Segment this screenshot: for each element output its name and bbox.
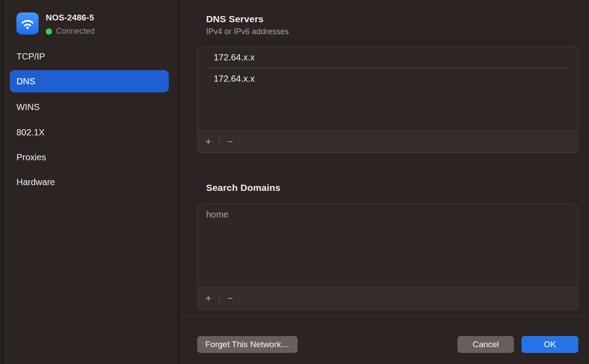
settings-nav: TCP/IP DNS WINS 802.1X Proxies Hardware [10, 45, 173, 196]
ok-button[interactable]: OK [521, 336, 578, 353]
connected-status-label: Connected [56, 27, 95, 36]
search-domain-entry[interactable]: home [198, 204, 578, 225]
search-domains-title: Search Domains [206, 182, 280, 193]
sidebar-item-dns[interactable]: DNS [10, 70, 169, 92]
wifi-icon [16, 12, 39, 35]
search-domains-list-toolbar: + − [198, 287, 578, 309]
sidebar-item-tcpip[interactable]: TCP/IP [10, 45, 169, 67]
forget-network-button[interactable]: Forget This Network… [197, 336, 298, 353]
add-search-domain-button[interactable]: + [198, 287, 219, 309]
add-dns-server-button[interactable]: + [198, 131, 219, 153]
dns-servers-title: DNS Servers [206, 14, 263, 24]
network-meta: NOS-2486-5 Connected [46, 12, 95, 36]
search-domains-list: home + − [197, 204, 578, 310]
dns-servers-list: 172.64.x.x 172.64.x.x + − [197, 47, 578, 153]
screen-edge-backdrop [0, 0, 3, 364]
sidebar-item-proxies[interactable]: Proxies [10, 146, 169, 168]
cancel-button[interactable]: Cancel [458, 336, 514, 353]
dns-servers-subtitle: IPv4 or IPv6 addresses [206, 27, 289, 36]
sidebar-item-wins[interactable]: WINS [10, 96, 169, 118]
network-details-dialog: { "sidebar": { "network": { "name": "NOS… [0, 0, 589, 364]
dns-settings-pane: DNS Servers IPv4 or IPv6 addresses 172.6… [179, 0, 589, 364]
remove-dns-server-button[interactable]: − [219, 131, 241, 153]
dns-server-entry[interactable]: 172.64.x.x [198, 68, 578, 89]
dns-server-entry[interactable]: 172.64.x.x [198, 47, 578, 68]
footer-divider [179, 316, 589, 317]
network-name: NOS-2486-5 [46, 13, 95, 23]
network-header: NOS-2486-5 Connected [16, 12, 95, 36]
network-status: Connected [46, 27, 95, 36]
dns-servers-list-toolbar: + − [198, 130, 578, 153]
remove-search-domain-button[interactable]: − [219, 287, 241, 309]
connected-status-dot [46, 28, 52, 35]
sidebar-item-hardware[interactable]: Hardware [10, 171, 169, 193]
sidebar: NOS-2486-5 Connected TCP/IP DNS WINS 802… [4, 0, 178, 364]
sidebar-item-8021x[interactable]: 802.1X [10, 121, 169, 143]
